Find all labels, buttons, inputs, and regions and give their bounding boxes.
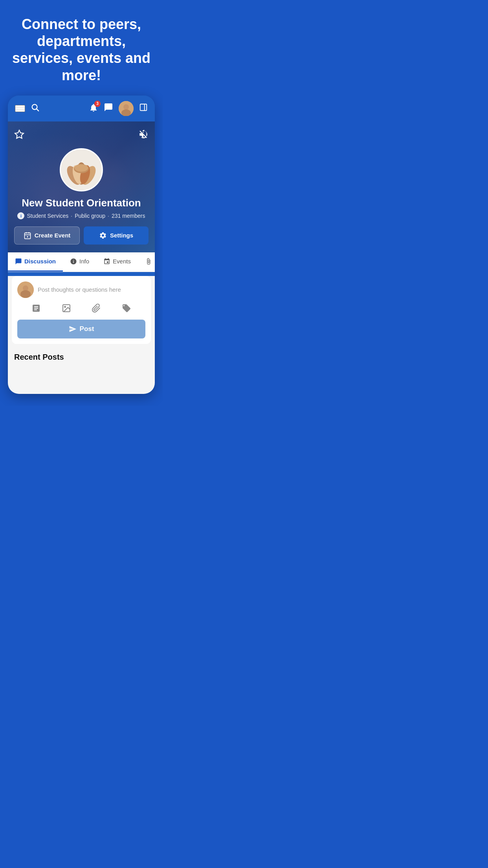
tab-discussion-label: Discussion — [24, 258, 56, 265]
tab-resources-label: Resour... — [154, 258, 155, 265]
group-avatar — [60, 148, 103, 191]
create-event-button[interactable]: Create Event — [14, 226, 80, 245]
meta-separator-1: · — [71, 213, 72, 219]
group-members: 231 members — [112, 213, 145, 219]
discussion-icon — [15, 258, 22, 265]
svg-point-3 — [123, 104, 129, 110]
svg-rect-5 — [140, 104, 147, 111]
poll-icon — [31, 303, 41, 313]
search-button[interactable] — [31, 103, 39, 114]
menu-button[interactable] — [15, 105, 25, 112]
nav-left — [15, 103, 83, 114]
tab-bar: Discussion Info Events Resour... — [8, 252, 155, 272]
poll-button[interactable] — [31, 303, 41, 315]
favorite-button[interactable] — [14, 129, 24, 142]
svg-point-26 — [64, 306, 66, 307]
group-avatar-image — [61, 148, 102, 191]
svg-line-1 — [37, 109, 39, 111]
user-avatar[interactable] — [119, 101, 134, 116]
post-user-avatar — [17, 281, 34, 298]
attachment-button[interactable] — [92, 303, 101, 315]
chat-icon — [104, 103, 113, 112]
post-box: Post thoughts or questions here — [12, 276, 151, 344]
resources-icon — [145, 258, 152, 265]
tab-resources[interactable]: Resour... — [138, 252, 155, 272]
post-input[interactable]: Post thoughts or questions here — [38, 286, 145, 293]
attachment-icon — [92, 303, 101, 313]
phone-card: 3 — [8, 96, 155, 394]
notifications-button[interactable]: 3 — [89, 103, 98, 114]
avatar-image — [119, 101, 134, 116]
svg-rect-16 — [24, 233, 30, 239]
create-event-label: Create Event — [35, 232, 71, 239]
group-name: New Student Orientation — [22, 197, 141, 209]
nav-bar: 3 — [8, 96, 155, 121]
create-event-icon — [24, 232, 31, 239]
sidebar-toggle-button[interactable] — [139, 103, 148, 114]
post-button[interactable]: Post — [17, 320, 145, 338]
group-type: Public group — [75, 213, 105, 219]
app-container: Connect to peers, departments, services,… — [0, 0, 163, 406]
star-icon — [14, 129, 24, 140]
banner-buttons: Create Event Settings — [8, 226, 155, 245]
info-tab-icon — [70, 258, 77, 265]
content-area: Post thoughts or questions here — [8, 276, 155, 394]
banner-actions — [8, 129, 155, 142]
mute-button[interactable] — [138, 129, 149, 142]
recent-posts-header: Recent Posts — [8, 346, 155, 365]
post-actions-row — [17, 303, 145, 315]
svg-point-24 — [20, 290, 31, 298]
tab-events-label: Events — [113, 258, 131, 265]
post-button-label: Post — [80, 325, 94, 333]
mute-icon — [138, 129, 149, 140]
svg-marker-7 — [15, 130, 24, 138]
post-avatar-image — [17, 281, 34, 298]
tab-info-label: Info — [79, 258, 89, 265]
send-icon — [69, 325, 77, 333]
tab-info[interactable]: Info — [63, 252, 96, 272]
svg-point-23 — [23, 285, 28, 291]
tab-events[interactable]: Events — [96, 252, 138, 272]
tag-button[interactable] — [122, 303, 131, 315]
group-banner: New Student Orientation i Student Servic… — [8, 121, 155, 252]
image-button[interactable] — [62, 303, 71, 315]
svg-point-15 — [75, 164, 88, 172]
meta-separator-2: · — [108, 213, 109, 219]
hero-text: Connect to peers, departments, services,… — [8, 16, 155, 84]
settings-button[interactable]: Settings — [84, 226, 149, 245]
chat-button[interactable] — [104, 103, 113, 114]
info-icon: i — [17, 212, 24, 219]
events-icon — [103, 258, 110, 265]
settings-icon — [99, 232, 107, 239]
group-category: Student Services — [27, 213, 68, 219]
nav-right: 3 — [89, 101, 148, 116]
tab-discussion[interactable]: Discussion — [8, 252, 63, 272]
notification-count: 3 — [94, 101, 101, 107]
tag-icon — [122, 303, 131, 313]
settings-label: Settings — [110, 232, 133, 239]
sidebar-icon — [139, 103, 148, 112]
group-meta: i Student Services · Public group · 231 … — [17, 212, 145, 219]
post-input-row: Post thoughts or questions here — [17, 281, 145, 298]
image-icon — [62, 303, 71, 313]
